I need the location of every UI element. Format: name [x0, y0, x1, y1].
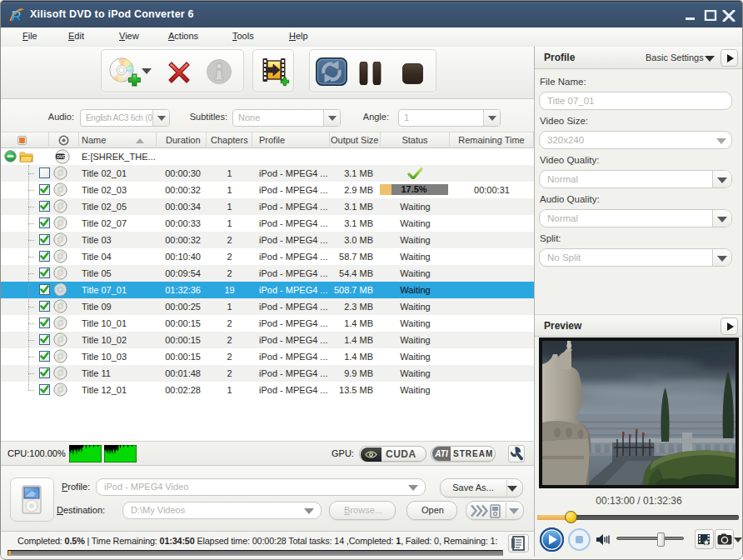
title-row[interactable]: Title 0900:00:251iPod - MPEG4 ...2.3 MBW… [1, 298, 534, 315]
row-checkbox[interactable] [39, 184, 50, 195]
row-checkbox[interactable] [39, 368, 50, 378]
row-checkbox[interactable] [39, 351, 50, 362]
volume-icon[interactable] [596, 533, 611, 546]
settings-wrench-button[interactable] [508, 445, 525, 462]
column-source-icon[interactable] [49, 132, 79, 148]
save-as-dropdown-icon[interactable] [507, 486, 517, 492]
convert-button[interactable] [316, 58, 347, 86]
close-button[interactable] [722, 10, 736, 21]
profile-combo-arrow-icon[interactable] [408, 485, 418, 491]
menu-file[interactable]: File [22, 31, 37, 41]
title-row[interactable]: Title 0500:09:542iPod - MPEG4 ...54.4 MB… [1, 265, 534, 282]
destination-combo[interactable]: D:\My Videos [122, 502, 322, 519]
audio-quality-combo[interactable]: Normal [539, 209, 732, 228]
preview-collapse-button[interactable] [721, 318, 738, 335]
stop-preview-button[interactable] [568, 528, 591, 551]
play-button[interactable] [540, 528, 564, 552]
column-name[interactable]: Name [79, 132, 157, 148]
subtitles-combo-arrow-icon[interactable] [323, 110, 340, 126]
delete-button[interactable] [167, 60, 192, 85]
title-row[interactable]: Title 02_0700:00:331iPod - MPEG4 ...3.1 … [1, 215, 534, 232]
title-row[interactable]: Title 12_0100:02:281iPod - MPEG4 ...13.5… [1, 382, 534, 398]
row-checkbox[interactable] [39, 251, 50, 262]
add-dvd-button[interactable] [107, 58, 142, 92]
column-status[interactable]: Status [381, 132, 450, 148]
pause-button[interactable] [359, 62, 382, 85]
transfer-dropdown-icon[interactable] [509, 508, 519, 514]
add-dvd-dropdown-arrow[interactable] [141, 68, 152, 75]
title-row[interactable]: Title 10_0200:00:152iPod - MPEG4 ...1.4 … [1, 332, 534, 348]
split-arrow-icon[interactable] [712, 249, 731, 266]
row-checkbox[interactable] [39, 234, 50, 245]
collapse-icon[interactable] [4, 150, 17, 167]
row-checkbox[interactable] [39, 201, 50, 212]
row-checkbox[interactable] [39, 384, 50, 395]
task-report-button[interactable] [508, 534, 529, 552]
basic-settings-arrow-icon[interactable] [705, 56, 715, 62]
audio-quality-arrow-icon[interactable] [712, 210, 731, 227]
title-row[interactable]: Title 02_0100:00:301iPod - MPEG4 ...3.1 … [1, 165, 534, 182]
volume-slider[interactable] [616, 537, 684, 540]
title-row[interactable]: Title 02_0500:00:341iPod - MPEG4 ...3.1 … [1, 198, 534, 215]
ati-stream-button[interactable]: ATI STREAM [431, 446, 496, 462]
titlebar[interactable]: R Xilisoft DVD to iPod Converter 6 [1, 1, 742, 28]
audio-combo-arrow-icon[interactable] [152, 110, 169, 126]
maximize-button[interactable] [704, 10, 717, 21]
column-check-all-icon[interactable] [1, 132, 49, 148]
row-checkbox[interactable] [39, 301, 50, 312]
video-size-combo[interactable]: 320x240 [539, 131, 732, 149]
minimize-button[interactable] [684, 10, 697, 21]
volume-thumb[interactable] [657, 532, 665, 547]
transfer-to-device-button[interactable] [466, 501, 524, 520]
menu-actions[interactable]: Actions [168, 31, 198, 41]
open-button[interactable]: Open [406, 501, 457, 520]
profile-output-combo[interactable]: iPod - MPEG4 Video [96, 478, 426, 496]
audio-combo[interactable]: English AC3 6ch (0x8 [80, 109, 170, 127]
split-combo[interactable]: No Split [539, 248, 732, 267]
menu-edit[interactable]: Edit [68, 31, 84, 41]
title-chapters: 2 [207, 248, 252, 265]
source-row[interactable]: DVDE:[SHREK_THE... [1, 148, 534, 165]
profile-collapse-button[interactable] [721, 49, 738, 67]
menu-help[interactable]: Help [289, 31, 308, 41]
file-name-input[interactable]: Title 07_01 [539, 92, 732, 110]
title-row[interactable]: Title 0400:10:402iPod - MPEG4 ...58.7 MB… [1, 248, 534, 265]
basic-settings-dropdown[interactable]: Basic Settings [646, 52, 704, 62]
angle-combo[interactable]: 1 [398, 109, 501, 127]
title-row[interactable]: Title 1100:01:482iPod - MPEG4 ...9.9 MBW… [1, 365, 534, 382]
destination-combo-arrow-icon[interactable] [304, 508, 314, 514]
seek-knob[interactable] [565, 511, 577, 523]
column-chapters[interactable]: Chapters [207, 132, 252, 148]
seek-bar[interactable] [537, 515, 739, 520]
title-row[interactable]: Title 0300:00:322iPod - MPEG4 ...3.0 MBW… [1, 232, 534, 248]
dvd-info-button-disabled[interactable] [206, 58, 233, 86]
add-video-button[interactable] [262, 57, 290, 87]
row-checkbox[interactable] [39, 168, 50, 178]
title-row[interactable]: Title 02_0300:00:321iPod - MPEG4 ...2.9 … [1, 182, 534, 198]
row-checkbox[interactable] [39, 268, 50, 278]
row-checkbox[interactable] [39, 334, 50, 345]
title-row[interactable]: Title 10_0100:00:152iPod - MPEG4 ...1.4 … [1, 315, 534, 332]
angle-combo-arrow-icon[interactable] [483, 110, 500, 126]
save-as-button[interactable]: Save As... [440, 478, 523, 498]
stop-button[interactable] [402, 63, 423, 84]
row-checkbox[interactable] [39, 318, 50, 328]
cuda-button[interactable]: CUDA [359, 446, 426, 462]
title-row[interactable]: Title 10_0300:00:152iPod - MPEG4 ...1.4 … [1, 348, 534, 365]
video-quality-combo[interactable]: Normal [539, 170, 732, 188]
column-remaining-time[interactable]: Remaining Time [450, 132, 534, 148]
row-checkbox[interactable] [39, 218, 50, 228]
column-duration[interactable]: Duration [157, 132, 207, 148]
browse-button[interactable]: Browse... [329, 501, 396, 520]
snapshot-dropdown-icon[interactable] [734, 538, 742, 542]
video-quality-arrow-icon[interactable] [712, 171, 731, 188]
subtitles-combo[interactable]: None [232, 109, 341, 127]
menu-view[interactable]: View [119, 31, 139, 41]
title-row[interactable]: Title 07_0101:32:3619iPod - MPEG4 ...508… [1, 282, 534, 298]
row-checkbox[interactable] [39, 284, 50, 295]
clip-button[interactable] [695, 529, 714, 549]
menu-tools[interactable]: Tools [232, 31, 254, 41]
column-output-size[interactable]: Output Size [330, 132, 381, 148]
snapshot-button[interactable] [715, 529, 734, 549]
column-profile[interactable]: Profile [252, 132, 330, 148]
